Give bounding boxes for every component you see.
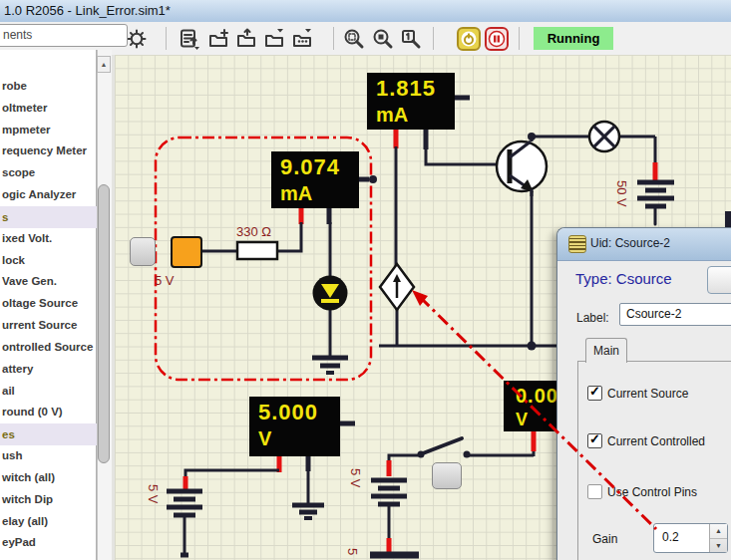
fixedvolt-toggle-button[interactable]: [130, 237, 156, 266]
sidebar-item-switch-dip[interactable]: witch Dip: [0, 489, 98, 509]
tab-main[interactable]: Main: [585, 338, 627, 363]
sidebar-item-voltmeter[interactable]: oltmeter: [0, 98, 98, 118]
component-list-panel: robe oltmeter mpmeter requency Meter sco…: [0, 50, 97, 560]
current-controlled-label: Current Controlled: [607, 434, 705, 448]
new-circuit-folder-plus-icon[interactable]: [207, 27, 231, 51]
power-button[interactable]: [457, 27, 481, 51]
dialog-cutoff-button[interactable]: [707, 266, 731, 294]
sidebar-item-oscope[interactable]: scope: [0, 162, 98, 182]
current-controlled-checkbox[interactable]: [587, 433, 602, 448]
gain-value: 0.2: [662, 530, 679, 544]
sidebar-item-logic-analyzer[interactable]: ogic Analyzer: [0, 184, 98, 204]
dialog-uid-icon: [568, 235, 586, 253]
sidebar-section-sources[interactable]: s: [0, 206, 98, 228]
window-title: 1.0 R2056 - Link_Error.sim1*: [4, 3, 171, 18]
label-input[interactable]: Csource-2: [619, 303, 731, 326]
toolbar-separator: [166, 27, 167, 50]
sidebar-item-wave-gen[interactable]: Vave Gen.: [0, 271, 98, 291]
component-search-input[interactable]: nents: [0, 24, 128, 47]
battery-50v-value-label: 50 V: [614, 180, 629, 207]
current-source-label: Current Source: [607, 387, 688, 401]
sidebar-item-frequency-meter[interactable]: requency Meter: [0, 140, 98, 160]
sidebar-item-push[interactable]: ush: [0, 445, 98, 465]
zoom-extents-icon[interactable]: [371, 27, 395, 51]
ammeter-display-2[interactable]: 9.074 mA: [271, 151, 359, 208]
battery-right-value-label: 5 V: [348, 468, 363, 488]
toolbar-separator: [519, 27, 520, 50]
resistor-value-label: 330 Ω: [236, 224, 271, 239]
current-source-checkbox[interactable]: [587, 386, 602, 401]
sidebar-item-keypad[interactable]: eyPad: [0, 532, 98, 552]
use-control-pins-label: Use Control Pins: [607, 485, 697, 499]
window-titlebar: 1.0 R2056 - Link_Error.sim1*: [0, 0, 731, 23]
simulation-status-badge: Running: [534, 27, 613, 50]
csource-properties-dialog: Uid: Csource-2 Type: Csource Label: Csou…: [556, 227, 731, 560]
sidebar-item-switch-all[interactable]: witch (all): [0, 467, 98, 487]
voltmeter-display-1[interactable]: 5.000 V: [249, 397, 340, 456]
ammeter-display-1[interactable]: 1.815 mA: [367, 73, 455, 130]
scrollbar-up-arrow-icon[interactable]: ▲: [97, 56, 111, 73]
label-caption: Label:: [576, 311, 609, 325]
sidebar-item-ampmeter[interactable]: mpmeter: [0, 120, 98, 140]
sidebar-item-clock[interactable]: lock: [0, 250, 98, 270]
sidebar-section-switches[interactable]: es: [0, 423, 98, 445]
fixedvolt-value-label: 5 V: [155, 273, 175, 288]
gain-label: Gain: [592, 532, 617, 546]
dialog-title: Uid: Csource-2: [590, 236, 670, 250]
settings-gear-icon[interactable]: [125, 27, 149, 51]
save-circuit-folder-icon[interactable]: [263, 27, 287, 51]
dialog-titlebar[interactable]: Uid: Csource-2: [557, 228, 731, 261]
battery-bottom-value-label: 5: [345, 548, 360, 555]
dialog-type-heading: Type: Csource: [575, 270, 672, 287]
gain-spinbox[interactable]: 0.2 ▲ ▼: [653, 523, 728, 553]
spinbox-arrows: ▲ ▼: [709, 524, 727, 552]
spin-down-icon[interactable]: ▼: [710, 538, 727, 553]
zoom-fit-icon[interactable]: [342, 27, 366, 51]
battery-left-value-label: 5 V: [146, 484, 161, 504]
use-control-pins-checkbox[interactable]: [587, 484, 602, 499]
sidebar-item-controlled-source[interactable]: ontrolled Source: [0, 337, 98, 357]
zoom-one-icon[interactable]: [399, 27, 423, 51]
sidebar-item-relay-all[interactable]: elay (all): [0, 511, 98, 531]
sidebar-item-fixed-volt[interactable]: ixed Volt.: [0, 228, 98, 248]
sidebar-item-rail[interactable]: ail: [0, 381, 98, 401]
switch-pushbutton[interactable]: [432, 462, 462, 489]
sidebar-item-voltage-source[interactable]: oltage Source: [0, 293, 98, 313]
sidebar-item-current-source[interactable]: urrent Source: [0, 315, 98, 335]
file-list-icon[interactable]: [178, 27, 201, 51]
sidebar-scrollbar-thumb[interactable]: [98, 184, 110, 463]
sidebar-item-battery[interactable]: attery: [0, 359, 98, 379]
spin-up-icon[interactable]: ▲: [710, 524, 727, 538]
toolbar-separator: [333, 27, 334, 50]
sidebar-item-ground[interactable]: round (0 V): [0, 402, 98, 421]
pause-button[interactable]: [485, 27, 509, 51]
sidebar-item-probe[interactable]: robe: [0, 76, 98, 96]
fixed-volt-source[interactable]: [171, 236, 202, 268]
open-circuit-folder-up-icon[interactable]: [235, 27, 259, 51]
save-as-folder-dots-icon[interactable]: [291, 27, 315, 51]
toolbar-separator: [433, 27, 434, 50]
